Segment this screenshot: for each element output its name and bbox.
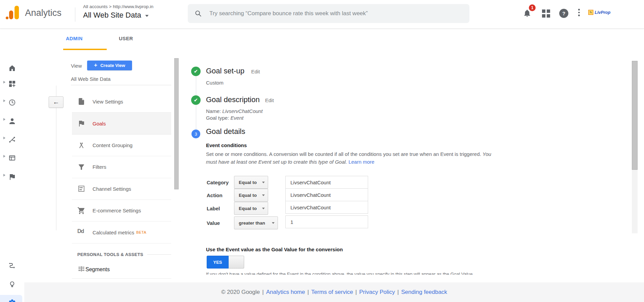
audience-person-icon[interactable] [8, 117, 16, 125]
channel-box-arrows-icon [77, 185, 85, 193]
chevron-down-icon [145, 15, 149, 17]
value-value-input[interactable] [285, 215, 368, 228]
admin-gear-icon[interactable] [8, 299, 16, 302]
segments-icon [77, 265, 85, 274]
sidebar-item-channel-settings[interactable]: Channel Settings [72, 178, 171, 200]
sidebar-item-label: Segments [85, 266, 110, 273]
step3-number-badge: 3 [191, 130, 200, 138]
account-brand[interactable]: ✎ LivProp [588, 10, 611, 15]
description-text: Set one or more conditions. A conversion… [206, 151, 483, 157]
expand-arrow-icon[interactable] [3, 137, 5, 139]
event-value-toggle[interactable]: YES [207, 256, 244, 269]
flag-icon [77, 119, 85, 127]
sidebar-item-label: Goals [93, 121, 106, 126]
home-icon[interactable] [8, 64, 16, 72]
calculated-metrics-icon: Dd [77, 228, 85, 236]
operator-value: Equal to [239, 180, 257, 185]
goal-setup-value: Custom [206, 80, 224, 86]
search-input[interactable] [209, 10, 453, 17]
panel-scrollbar-thumb[interactable] [174, 58, 179, 189]
back-button[interactable]: ← [49, 96, 63, 108]
sidebar-item-view-settings[interactable]: View Settings [72, 91, 171, 112]
nav-rail: ❯ [0, 29, 24, 302]
label-value-input[interactable] [285, 201, 368, 214]
sidebar-item-label: Filters [93, 164, 106, 170]
sidebar-item-label: Content Grouping [93, 142, 132, 148]
acquisition-icon[interactable] [8, 136, 16, 144]
step2-edit-link[interactable]: Edit [265, 97, 274, 103]
event-conditions-heading: Event conditions [206, 142, 247, 148]
document-icon [77, 97, 85, 106]
goal-type-line: Goal type: Event [206, 115, 243, 121]
expand-arrow-icon[interactable] [3, 81, 5, 84]
operator-value: Equal to [239, 193, 257, 198]
expand-arrow-icon[interactable] [3, 118, 5, 121]
discover-lightbulb-icon[interactable] [8, 280, 16, 288]
learn-more-link[interactable]: Learn more [349, 159, 375, 165]
customization-icon[interactable] [8, 80, 16, 88]
expand-arrow-icon[interactable] [3, 155, 5, 158]
sidebar-item-label: Calculated metrics [93, 230, 134, 235]
footer-link-analytics-home[interactable]: Analytics home [266, 289, 305, 296]
realtime-clock-icon[interactable] [8, 98, 16, 107]
action-operator-dropdown[interactable]: Equal to [234, 189, 268, 202]
goal-type-value: Event [231, 115, 243, 121]
active-tab-underline [63, 49, 107, 50]
condition-label-category: Category [207, 176, 234, 189]
notification-badge: 1 [529, 4, 536, 11]
footer-link-feedback[interactable]: Sending feedback [401, 289, 447, 296]
help-icon[interactable]: ? [559, 9, 568, 18]
view-column-label: View [71, 63, 82, 69]
breadcrumb[interactable]: All accounts > http://www.livprop.in [83, 4, 153, 9]
operator-value: Equal to [239, 206, 257, 211]
admin-tabs-bar: ADMIN USER [24, 29, 644, 51]
apps-grid-icon[interactable] [542, 9, 550, 18]
sidebar-item-filters[interactable]: Filters [72, 156, 171, 178]
brand-label: LivProp [595, 10, 611, 15]
footer-link-privacy[interactable]: Privacy Policy [359, 289, 395, 296]
step1-check-icon: ✔ [191, 67, 201, 76]
value-operator-dropdown[interactable]: greater than [234, 216, 278, 229]
expand-arrow-icon[interactable] [3, 174, 5, 177]
step3-title: Goal details [206, 127, 245, 136]
sidebar-item-ecommerce-settings[interactable]: E-commerce Settings [72, 200, 171, 221]
behavior-icon[interactable] [8, 154, 16, 162]
sidebar-item-content-grouping[interactable]: Content Grouping [72, 134, 171, 156]
action-value-input[interactable] [285, 188, 368, 201]
group-header-rule [147, 254, 171, 255]
plus-icon: + [94, 62, 97, 69]
goal-value-heading: Use the Event value as the Goal Value fo… [206, 247, 343, 252]
page-footer: © 2020 Google | Analytics home | Terms o… [24, 282, 644, 302]
tab-user[interactable]: USER [119, 36, 133, 41]
step1-edit-link[interactable]: Edit [251, 69, 260, 74]
chevron-down-icon [262, 182, 265, 183]
tab-admin[interactable]: ADMIN [66, 36, 83, 41]
expand-arrow-icon[interactable] [3, 99, 5, 102]
brand-logo-icon: ✎ [588, 10, 593, 15]
label-operator-dropdown[interactable]: Equal to [234, 202, 268, 215]
search-bar[interactable] [188, 4, 469, 23]
more-options-icon[interactable] [578, 9, 580, 16]
main-scrollbar-thumb[interactable] [632, 61, 638, 170]
sidebar-item-calculated-metrics[interactable]: Dd Calculated metrics BETA [72, 221, 171, 243]
sidebar-item-segments[interactable]: Segments [72, 261, 171, 279]
step2-title: Goal description [206, 95, 260, 104]
personal-tools-group-header: PERSONAL TOOLS & ASSETS [72, 243, 171, 261]
property-selector[interactable]: All Web Site Data [83, 11, 149, 20]
sidebar-item-goals[interactable]: Goals [72, 112, 171, 134]
create-view-button[interactable]: + Create View [87, 61, 132, 70]
copyright-text: © 2020 Google [221, 289, 260, 296]
view-settings-menu: View Settings Goals Content Grouping Fil… [72, 91, 171, 279]
sidebar-item-label: E-commerce Settings [93, 208, 141, 213]
conversions-flag-icon[interactable] [8, 173, 16, 181]
category-operator-dropdown[interactable]: Equal to [234, 176, 268, 189]
chevron-down-icon [262, 194, 265, 196]
category-value-input[interactable] [285, 176, 368, 189]
goal-type-label: Goal type: [206, 115, 231, 121]
search-icon [195, 10, 202, 17]
attribution-icon[interactable] [8, 261, 16, 270]
footer-link-terms[interactable]: Terms of service [311, 289, 353, 296]
analytics-logo-icon[interactable] [5, 5, 20, 20]
step3-header: Goal details [206, 127, 245, 136]
toggle-off-half [229, 256, 244, 269]
